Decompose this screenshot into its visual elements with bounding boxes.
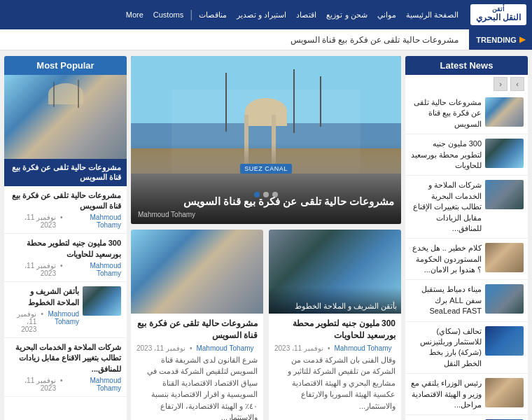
- news-card[interactable]: بأتقن الشريف و الملاحة الخطوط 300 مليون …: [269, 230, 401, 420]
- popular-item[interactable]: بأتقن الشريف و الملاحة الخطوط Mahmoud To…: [4, 282, 127, 338]
- popular-item-date: نوفمبر 11، 2023: [10, 310, 36, 333]
- news-card-author: Mahmoud Tohamy: [196, 344, 253, 352]
- popular-main-overlay: مشروعات حالية تلقى عن فكرة بيع قناة السو…: [4, 159, 127, 186]
- news-thumb: [485, 378, 524, 407]
- trending-text: TRENDING: [476, 36, 516, 44]
- card-overlay-text: بأتقن الشريف و الملاحة الخطوط: [273, 301, 397, 311]
- popular-item[interactable]: 300 مليون جنيه لتطوير محطة بورسعيد للحاو…: [4, 234, 127, 282]
- header-logo[interactable]: أتقن النقل البحري: [470, 4, 526, 24]
- trending-bar: TRENDING ▶ مشروعات حالية تلقى عن فكرة بي…: [0, 29, 532, 50]
- popular-item-author: Mahmoud Tohamy: [48, 310, 79, 333]
- popular-item-date: نوفمبر 11، 2023: [10, 377, 56, 392]
- sidebar-latest-news: Latest News › ‹ مشروعات حالية تلقى عن فك…: [405, 56, 528, 420]
- popular-item[interactable]: شركات الملاحة و الخدمات البحرية تطالب بت…: [4, 338, 127, 397]
- trending-headline[interactable]: مشروعات حالية تلقى عن فكرة بيع قناة السو…: [280, 35, 469, 45]
- nav-tenders[interactable]: مناقصات: [194, 0, 232, 29]
- list-item[interactable]: تحالف (سكاي) للاستثمار وريلتيزنس (شركة) …: [405, 322, 528, 374]
- news-title: تحالف (سكاي) للاستثمار وريلتيزنس (شركة) …: [410, 326, 482, 370]
- carousel-badge: SUEZ CANAL: [240, 164, 292, 174]
- main-nav: الصفحة الرئيسية مواني شحن و توزيع اقتصاد…: [6, 0, 470, 29]
- popular-thumb: [83, 286, 121, 316]
- news-card-body: 300 مليون جنيه لتطوير محطة بورسعيد للحاو…: [269, 314, 401, 416]
- carousel-dot[interactable]: [254, 192, 260, 197]
- nav-prev-button[interactable]: ›: [510, 77, 524, 91]
- carousel-dot[interactable]: [263, 192, 269, 197]
- list-item[interactable]: توقيع عقد بين اقتصادية قناة السويس و تحا…: [405, 415, 528, 420]
- news-card-author: Mahmoud Tohamy: [334, 344, 391, 352]
- news-card-meta: Mahmoud Tohamy • نوفمبر 11، 2023: [136, 344, 258, 352]
- main-container: Latest News › ‹ مشروعات حالية تلقى عن فك…: [0, 50, 532, 420]
- news-card-image: [131, 230, 263, 314]
- center-content: SUEZ CANAL مشروعات حالية تلقى عن فكرة بي…: [127, 56, 405, 420]
- list-item[interactable]: شركات الملاحة و الخدمات البحرية تطالب بت…: [405, 176, 528, 239]
- carousel: SUEZ CANAL مشروعات حالية تلقى عن فكرة بي…: [131, 56, 401, 224]
- sidebar-most-popular: Most Popular مشروعات حالية تلقى عن فكرة …: [4, 56, 127, 420]
- news-card-bullet: •: [328, 344, 330, 352]
- popular-item-title: شركات الملاحة و الخدمات البحرية تطالب بت…: [10, 342, 121, 374]
- list-item[interactable]: مشروعات حالية تلقى عن فكرة بيع قناة السو…: [405, 93, 528, 134]
- news-thumb: [485, 180, 524, 209]
- popular-main-title: مشروعات حالية تلقى عن فكرة بيع قناة السو…: [10, 162, 121, 183]
- news-card-date: نوفمبر 11، 2023: [274, 344, 323, 352]
- popular-item-title: بأتقن الشريف و الملاحة الخطوط: [10, 286, 79, 308]
- news-title: ميناء دمياط يستقبل سفن ALL برك SeaLead F…: [410, 284, 482, 316]
- news-card-desc: شرع القانون لدى الشريفة قناة السويس لتلق…: [136, 354, 258, 420]
- popular-item[interactable]: مشروعات حالية تلقى عن فكرة بيع قناة السو…: [4, 186, 127, 234]
- popular-item-meta: Mahmoud Tohamy • نوفمبر 11، 2023: [10, 214, 121, 229]
- trending-arrow-icon: ▶: [519, 35, 525, 44]
- carousel-overlay: SUEZ CANAL مشروعات حالية تلقى عن فكرة بي…: [131, 143, 401, 224]
- news-title: مشروعات حالية تلقى عن فكرة بيع قناة السو…: [410, 97, 482, 130]
- latest-news-header: Latest News: [405, 56, 528, 75]
- news-thumb: [485, 97, 524, 127]
- popular-item-author: Mahmoud Tohamy: [67, 214, 121, 229]
- news-grid: بأتقن الشريف و الملاحة الخطوط 300 مليون …: [131, 230, 401, 420]
- list-item[interactable]: رئيس الوزراء يلتقي مع وزير و الهيئة الاق…: [405, 374, 528, 415]
- news-thumb: [485, 243, 524, 272]
- nav-customs[interactable]: Customs: [148, 0, 188, 29]
- news-card-body: مشروعات حالية تلقى عن فكرة بيع قناة السو…: [131, 314, 263, 420]
- news-thumb: [485, 284, 524, 314]
- nav-economy[interactable]: اقتصاد: [291, 0, 321, 29]
- news-title: 300 مليون جنيه لتطوير محطة بورسعيد للحاو…: [410, 139, 482, 171]
- news-card-title: مشروعات حالية تلقى عن فكرة بيع قناة السو…: [136, 318, 258, 342]
- most-popular-header: Most Popular: [4, 56, 127, 75]
- list-item[interactable]: 300 مليون جنيه لتطوير محطة بورسعيد للحاو…: [405, 134, 528, 176]
- nav-home[interactable]: الصفحة الرئيسية: [401, 0, 463, 29]
- news-card-image: بأتقن الشريف و الملاحة الخطوط: [269, 230, 401, 314]
- nav-import-export[interactable]: استيراد و تصدير: [232, 0, 291, 29]
- nav-next-button[interactable]: ‹: [493, 77, 507, 91]
- nav-more[interactable]: More: [121, 0, 148, 29]
- popular-item-title: مشروعات حالية تلقى عن فكرة بيع قناة السو…: [10, 190, 121, 212]
- carousel-author: Mahmoud Tohamy: [138, 211, 394, 218]
- nav-arrows: › ‹: [405, 75, 528, 93]
- carousel-dots: [254, 192, 278, 197]
- news-card-bullet: •: [190, 344, 192, 352]
- news-card-meta: Mahmoud Tohamy • نوفمبر 11، 2023: [274, 344, 396, 352]
- header: أتقن النقل البحري الصفحة الرئيسية مواني …: [0, 0, 532, 29]
- list-item[interactable]: ميناء دمياط يستقبل سفن ALL برك SeaLead F…: [405, 280, 528, 321]
- news-card-desc: وقال الفنى بان الشركة قدمت من الشركة من …: [274, 354, 396, 412]
- popular-item-title: 300 مليون جنيه لتطوير محطة بورسعيد للحاو…: [10, 238, 121, 260]
- news-thumb: [485, 326, 524, 356]
- nav-ports[interactable]: مواني: [372, 0, 401, 29]
- trending-label: TRENDING ▶: [469, 29, 532, 50]
- popular-item-date: نوفمبر 11، 2023: [10, 214, 56, 229]
- logo-text: النقل البحري: [476, 13, 521, 22]
- popular-item-meta: Mahmoud Tohamy • نوفمبر 11، 2023: [10, 310, 79, 333]
- popular-item-author: Mahmoud Tohamy: [67, 262, 121, 277]
- carousel-dot[interactable]: [272, 192, 278, 197]
- nav-shipping[interactable]: شحن و توزيع: [321, 0, 372, 29]
- popular-item-content: بأتقن الشريف و الملاحة الخطوط Mahmoud To…: [10, 286, 79, 333]
- popular-item-meta: Mahmoud Tohamy • نوفمبر 11، 2023: [10, 377, 121, 392]
- popular-main-image[interactable]: مشروعات حالية تلقى عن فكرة بيع قناة السو…: [4, 75, 127, 186]
- news-title: كلام خطير .. هل يخدع المستوردون الحكومة …: [410, 243, 482, 275]
- popular-item-date: نوفمبر 11، 2023: [10, 262, 56, 277]
- news-card[interactable]: مشروعات حالية تلقى عن فكرة بيع قناة السو…: [131, 230, 263, 420]
- news-title: رئيس الوزراء يلتقي مع وزير و الهيئة الاق…: [410, 378, 482, 410]
- popular-item-meta: Mahmoud Tohamy • نوفمبر 11، 2023: [10, 262, 121, 277]
- news-card-date: نوفمبر 11، 2023: [136, 344, 186, 352]
- popular-item-author: Mahmoud Tohamy: [67, 377, 121, 392]
- list-item[interactable]: كلام خطير .. هل يخدع المستوردون الحكومة …: [405, 239, 528, 280]
- news-title: شركات الملاحة و الخدمات البحرية تطالب بت…: [410, 180, 482, 234]
- news-thumb: [485, 139, 524, 168]
